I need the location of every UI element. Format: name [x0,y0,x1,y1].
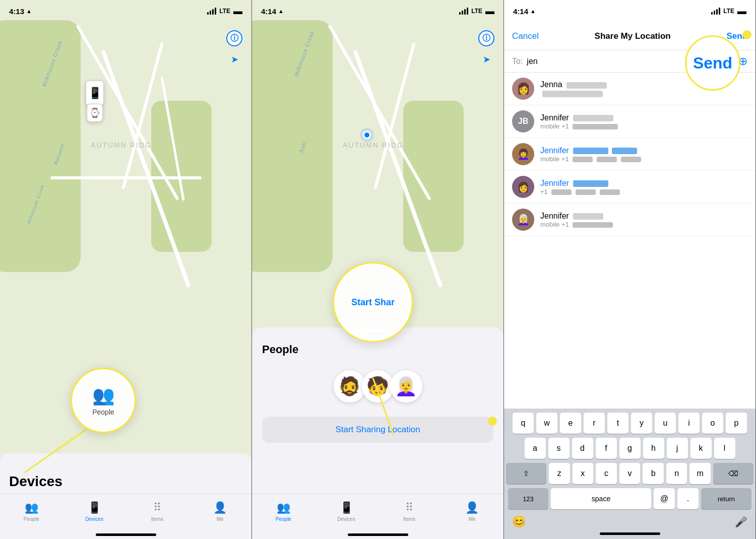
home-indicator-3 [600,532,660,535]
home-indicator-2 [348,533,408,536]
watch-device-icon: ⌚ [87,104,103,122]
lte-label-2: LTE [471,8,482,15]
contact-jennifer-3[interactable]: 👩‍🦳 Jennifer mobile +1 [504,204,755,236]
tab-me-icon-2: 👤 [465,501,479,514]
autumn-ridge-2: AUTUMN RIDG [343,141,404,149]
key-g[interactable]: g [619,438,641,459]
key-j[interactable]: j [667,438,688,459]
key-f[interactable]: f [596,438,617,459]
key-o[interactable]: o [702,413,723,434]
jennifer-1-avatar: 👩‍🦱 [512,143,534,165]
key-q[interactable]: q [513,413,534,434]
tab-me-label-1: Me [217,516,224,522]
tab-people-1[interactable]: 👥 People [0,494,63,529]
key-r[interactable]: r [584,413,605,434]
key-d[interactable]: d [572,438,593,459]
jennifer-3-info: Jennifer mobile +1 [540,212,747,228]
key-period[interactable]: . [677,488,699,509]
phone-3: 4:14 ▲ LTE ▬ Cancel Share My Location Se… [504,0,756,539]
jennifer-3-sub-blurred [573,222,613,228]
tab-items-2[interactable]: ⠿ Items [378,494,441,529]
jennifer-2-sub: +1 [540,188,747,195]
map-info-button-1[interactable]: ⓘ [226,30,242,46]
location-arrow-icon: ▲ [26,8,32,14]
mic-button[interactable]: 🎤 [735,516,747,528]
cancel-button[interactable]: Cancel [512,31,539,41]
kb-accessory-row: 😊 🎤 [506,513,753,532]
lte-label-1: LTE [219,8,230,15]
key-space[interactable]: space [551,488,651,509]
emoji-button[interactable]: 😊 [512,515,526,528]
status-right-2: LTE ▬ [459,6,494,17]
map-location-button-1[interactable]: ➤ [226,51,242,68]
people-label: People [92,408,114,416]
key-v[interactable]: v [619,463,641,484]
tab-devices-2[interactable]: 📱 Devices [315,494,378,529]
tab-devices-label-1: Devices [85,516,103,522]
jennifer-jb-avatar: JB [512,110,534,132]
map-location-button-2[interactable]: ➤ [478,51,494,68]
key-z[interactable]: z [549,463,570,484]
green-area-2a [252,20,333,272]
send-annotation-circle: Send [685,35,740,91]
device-pin-1: 📱 ⌚ [86,81,104,122]
key-u[interactable]: u [655,413,676,434]
battery-icon-2: ▬ [485,6,494,17]
key-e[interactable]: e [560,413,581,434]
key-s[interactable]: s [548,438,570,459]
start-sharing-button[interactable]: Start Sharing Location [262,417,493,443]
key-n[interactable]: n [666,463,687,484]
key-return[interactable]: return [701,488,751,509]
tab-me-icon-1: 👤 [213,501,227,514]
annotation-dot-2 [488,417,497,426]
to-label: To: [512,57,523,66]
key-a[interactable]: a [525,438,546,459]
avatars-row: 🧔 🧒 👩‍🦳 [252,360,503,413]
key-b[interactable]: b [643,463,664,484]
battery-icon-1: ▬ [233,6,242,17]
bottom-panel-1: Devices 👥 People 📱 Devices ⠿ Items 👤 Me [0,453,251,539]
contact-jennifer-2[interactable]: 👩 Jennifer +1 [504,171,755,204]
tab-people-icon-1: 👥 [25,501,38,514]
key-delete[interactable]: ⌫ [713,463,753,484]
green-area-1 [0,20,81,272]
compose-title: Share My Location [595,31,671,41]
tab-people-2[interactable]: 👥 People [252,494,315,529]
key-y[interactable]: y [631,413,652,434]
key-shift[interactable]: ⇧ [506,463,546,484]
tab-me-1[interactable]: 👤 Me [188,494,251,529]
jennifer-1-sub-blurred3 [621,157,641,162]
tab-people-icon-2: 👥 [277,501,290,514]
tab-items-1[interactable]: ⠿ Items [126,494,189,529]
key-123[interactable]: 123 [508,488,548,509]
key-h[interactable]: h [643,438,664,459]
send-annotation-dot [742,30,751,39]
location-arrow-icon-2: ▲ [278,8,284,14]
key-m[interactable]: m [689,463,711,484]
tab-devices-1[interactable]: 📱 Devices [63,494,126,529]
key-p[interactable]: p [726,413,747,434]
kb-row-4: 123 space @ . return [506,488,753,509]
tab-me-2[interactable]: 👤 Me [440,494,503,529]
green-area-2b [403,101,464,252]
contact-list: 👩 Jenna JB Jennifer mobile +1 [504,73,755,269]
key-w[interactable]: w [536,413,557,434]
key-i[interactable]: i [678,413,700,434]
key-l[interactable]: l [714,438,735,459]
tab-devices-icon-1: 📱 [88,501,101,514]
jennifer-jb-name-blurred [573,115,613,121]
phone-2: 4:14 ▲ LTE ▬ AUTUMN RIDG Milkhouse Creek… [252,0,504,539]
key-t[interactable]: t [607,413,628,434]
key-x[interactable]: x [573,463,594,484]
contact-jennifer-jb[interactable]: JB Jennifer mobile +1 [504,105,755,138]
jenna-avatar: 👩 [512,78,534,100]
key-c[interactable]: c [596,463,617,484]
home-indicator-1 [96,533,156,536]
key-k[interactable]: k [690,438,712,459]
key-at[interactable]: @ [654,488,675,509]
signal-bars-1 [207,8,216,15]
contact-jennifer-1[interactable]: 👩‍🦱 Jennifer mobile +1 [504,138,755,171]
send-annotation-label: Send [693,54,732,73]
jennifer-2-sub-blurred [551,189,572,195]
map-info-button-2[interactable]: ⓘ [478,30,494,46]
